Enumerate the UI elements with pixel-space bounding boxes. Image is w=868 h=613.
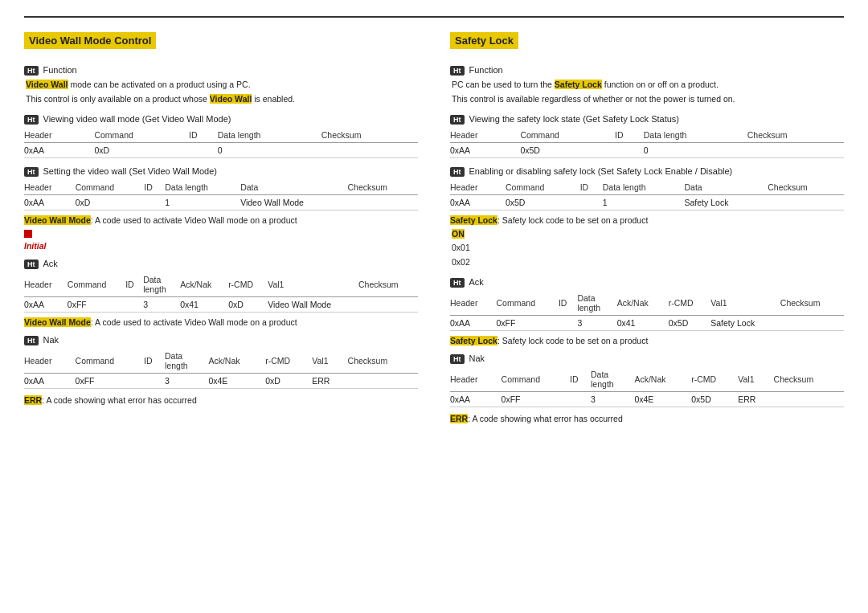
td-header: 0xAA <box>24 373 76 388</box>
mode-note: Video Wall Mode: A code used to activate… <box>24 215 418 225</box>
td-rcmd: 0xD <box>265 373 312 388</box>
td-command: 0xFF <box>502 391 571 407</box>
r-nak-label: Nak <box>469 353 485 363</box>
td-id <box>125 296 143 312</box>
td-command: 0xD <box>94 142 189 157</box>
r-ht-badge-setting: Ht <box>450 167 465 177</box>
ht-badge-nak: Ht <box>24 336 39 345</box>
td-acknak: 0x41 <box>617 315 669 330</box>
td-id <box>615 142 644 157</box>
th-id: ID <box>144 349 165 374</box>
red-square-icon <box>24 230 32 238</box>
td-id <box>559 315 577 330</box>
th-val: Val1 <box>312 349 347 374</box>
td-datalength: 1 <box>165 194 240 210</box>
left-desc2: This control is only available on a prod… <box>26 93 418 106</box>
highlight-video-wall2: Video Wall <box>210 94 252 104</box>
td-command: 0xFF <box>68 296 125 312</box>
th-data-length: Datalength <box>591 367 634 392</box>
r-mode-note: Safety Lock: Safety lock code to be set … <box>450 215 844 225</box>
td-datalength: 0 <box>644 142 747 157</box>
r-viewing-label: Viewing the safety lock state (Get Safet… <box>469 114 679 124</box>
td-header: 0xAA <box>24 194 76 210</box>
th-command: Command <box>68 272 125 297</box>
th-checksum: Checksum <box>774 367 844 392</box>
nak-heading: Ht Nak <box>24 335 418 345</box>
err-note-right: ERR: A code showing what error has occur… <box>450 414 844 423</box>
highlight-on: ON <box>452 229 465 239</box>
th-header: Header <box>450 180 506 195</box>
th-val: Val1 <box>738 367 773 392</box>
r-ack-table: Header Command ID Datalength Ack/Nak r-C… <box>450 291 844 331</box>
td-checksum <box>348 194 419 210</box>
table-row: 0xAA 0x5D 1 Safety Lock <box>450 194 844 210</box>
highlight-safety2: Safety Lock <box>450 336 497 345</box>
td-command: 0xFF <box>497 315 559 330</box>
r-function-heading: Ht Function <box>450 65 844 76</box>
th-header: Header <box>450 128 520 143</box>
td-id <box>580 194 603 210</box>
ht-badge-ack: Ht <box>24 260 39 269</box>
td-val: Safety Lock <box>710 315 780 330</box>
td-checksum <box>358 296 418 312</box>
ht-badge-viewing: Ht <box>24 115 39 125</box>
th-command: Command <box>94 128 189 143</box>
th-command: Command <box>497 291 559 316</box>
td-data: Safety Lock <box>685 194 768 210</box>
initial-label: Initial <box>24 241 418 251</box>
th-header: Header <box>24 272 68 297</box>
td-acknak: 0x41 <box>180 296 228 312</box>
r-off-code1: 0x01 <box>452 242 844 255</box>
td-val: Video Wall Mode <box>268 296 358 312</box>
highlight-safety: Safety Lock <box>450 215 497 225</box>
r-ack-label: Ack <box>469 277 484 287</box>
highlight-err-right: ERR <box>450 414 468 423</box>
td-id <box>570 391 591 407</box>
r-ht-badge-nak: Ht <box>450 354 465 364</box>
setting-label: Setting the video wall (Set Video Wall M… <box>43 166 217 176</box>
left-desc1: Video Wall mode can be activated on a pr… <box>26 79 418 92</box>
td-datalength: 0 <box>218 142 321 157</box>
th-header: Header <box>450 367 502 392</box>
r-nak-table: Header Command ID Datalength Ack/Nak r-C… <box>450 367 844 407</box>
td-command: 0x5D <box>520 142 615 157</box>
th-checksum: Checksum <box>358 272 418 297</box>
nak-label: Nak <box>43 335 59 345</box>
right-desc1: PC can be used to turn the Safety Lock f… <box>452 79 844 92</box>
highlight-err-left: ERR <box>24 395 42 405</box>
r-mode-note2: Safety Lock: Safety lock code to be set … <box>450 336 844 345</box>
red-indicator <box>24 228 418 238</box>
th-id: ID <box>559 291 577 316</box>
th-header: Header <box>450 291 497 316</box>
th-data-length: Data length <box>603 180 685 195</box>
function-heading: Ht Function <box>24 65 418 76</box>
th-val: Val1 <box>710 291 780 316</box>
th-data-length: Datalength <box>165 349 208 374</box>
th-checksum: Checksum <box>348 180 419 195</box>
td-val: ERR <box>738 391 773 407</box>
th-id: ID <box>615 128 644 143</box>
th-command: Command <box>502 367 571 392</box>
th-acknak: Ack/Nak <box>617 291 669 316</box>
r-setting-heading: Ht Enabling or disabling safety lock (Se… <box>450 166 844 177</box>
th-checksum: Checksum <box>747 128 844 143</box>
table-row: 0xAA 0xD 1 Video Wall Mode <box>24 194 418 210</box>
r-ht-badge-function: Ht <box>450 66 465 76</box>
th-command: Command <box>520 128 615 143</box>
mode-note2: Video Wall Mode: A code used to activate… <box>24 317 418 327</box>
th-data-length: Datalength <box>143 272 180 297</box>
th-data: Data <box>240 180 347 195</box>
right-column: Safety Lock Ht Function PC can be used t… <box>450 32 844 423</box>
th-checksum: Checksum <box>348 349 418 374</box>
th-rcmd: r-CMD <box>669 291 710 316</box>
th-id: ID <box>570 367 591 392</box>
th-rcmd: r-CMD <box>228 272 268 297</box>
th-header: Header <box>24 349 76 374</box>
table-row: 0xAA 0xD 0 <box>24 142 418 157</box>
td-checksum <box>348 373 418 388</box>
td-rcmd: 0x5D <box>691 391 738 407</box>
main-content: Video Wall Mode Control Ht Function Vide… <box>24 32 844 423</box>
table-row: 0xAA 0xFF 3 0x4E 0x5D ERR <box>450 391 844 407</box>
td-rcmd: 0xD <box>228 296 268 312</box>
r-ht-badge-ack: Ht <box>450 278 465 288</box>
